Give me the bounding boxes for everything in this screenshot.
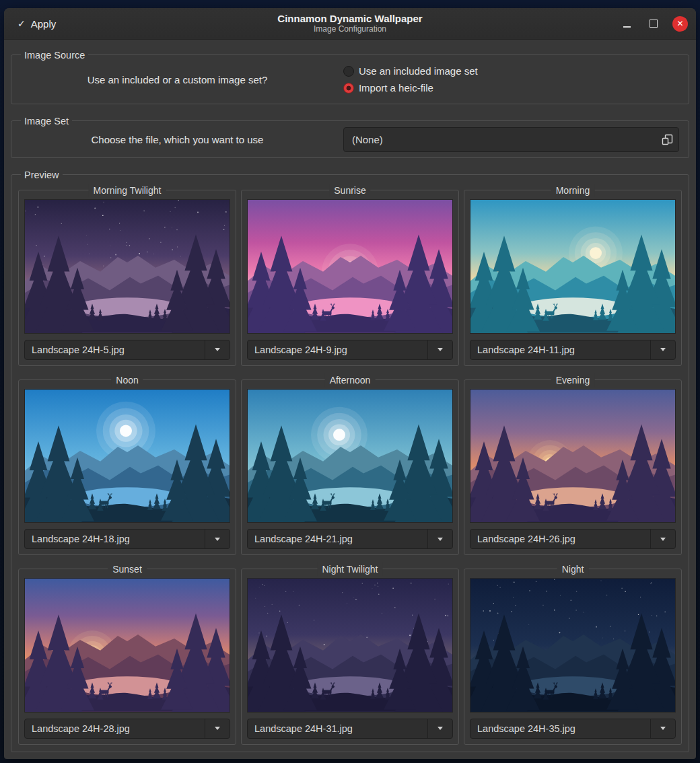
dropdown-arrow-button[interactable] bbox=[205, 340, 230, 359]
preview-cell-title: Night Twilight bbox=[317, 562, 382, 576]
image-select-value: Landscape 24H-26.jpg bbox=[470, 530, 650, 548]
apply-button-label: Apply bbox=[31, 18, 57, 30]
wallpaper-thumbnail bbox=[247, 578, 453, 713]
app-window: ✓ Apply Cinnamon Dynamic Wallpaper Image… bbox=[4, 8, 696, 759]
wallpaper-thumbnail bbox=[24, 578, 230, 713]
image-file-select-afternoon[interactable]: Landscape 24H-21.jpg bbox=[247, 529, 453, 549]
wallpaper-art bbox=[470, 579, 675, 712]
dropdown-arrow-button[interactable] bbox=[205, 530, 230, 548]
image-file-select-sunrise[interactable]: Landscape 24H-9.jpg bbox=[247, 340, 453, 360]
wallpaper-art bbox=[470, 200, 675, 333]
dropdown-arrow-button[interactable] bbox=[427, 340, 452, 359]
chevron-down-icon bbox=[660, 727, 666, 730]
radio-use-included-image-set[interactable]: Use an included image set bbox=[343, 65, 478, 77]
minimize-icon bbox=[623, 26, 631, 28]
check-icon: ✓ bbox=[18, 18, 26, 29]
radio-label-use-included-image-set: Use an included image set bbox=[359, 65, 478, 77]
dropdown-arrow-button[interactable] bbox=[427, 719, 452, 738]
dropdown-arrow-button[interactable] bbox=[650, 340, 675, 359]
wallpaper-thumbnail bbox=[470, 578, 676, 713]
image-source-frame: Image Source Use an included or a custom… bbox=[11, 54, 689, 104]
chevron-down-icon bbox=[215, 348, 220, 351]
image-select-value: Landscape 24H-35.jpg bbox=[470, 719, 650, 738]
wallpaper-art bbox=[25, 579, 230, 712]
preview-grid: Morning Twilight Landscape 24H-5.jpg Sun… bbox=[18, 184, 682, 745]
image-file-select-night[interactable]: Landscape 24H-35.jpg bbox=[470, 719, 676, 739]
preview-cell-title: Evening bbox=[551, 373, 595, 387]
wallpaper-thumbnail bbox=[247, 199, 453, 334]
image-file-select-sunset[interactable]: Landscape 24H-28.jpg bbox=[24, 719, 230, 739]
image-select-value: Landscape 24H-18.jpg bbox=[25, 530, 205, 548]
preview-cell-noon: Noon Landscape 24H-18.jpg bbox=[18, 379, 236, 556]
preview-cell-title: Night bbox=[557, 562, 589, 576]
image-file-select-evening[interactable]: Landscape 24H-26.jpg bbox=[470, 529, 676, 549]
image-file-select-noon[interactable]: Landscape 24H-18.jpg bbox=[24, 529, 230, 549]
image-file-select-morning[interactable]: Landscape 24H-11.jpg bbox=[470, 340, 676, 360]
preview-cell-title: Morning bbox=[551, 184, 595, 197]
minimize-button[interactable] bbox=[619, 15, 635, 32]
apply-button[interactable]: ✓ Apply bbox=[7, 12, 67, 35]
image-file-select-morning-twilight[interactable]: Landscape 24H-5.jpg bbox=[24, 340, 230, 360]
image-select-value: Landscape 24H-31.jpg bbox=[248, 719, 427, 738]
file-chooser-value: (None) bbox=[344, 134, 656, 145]
wallpaper-thumbnail bbox=[24, 389, 230, 523]
preview-cell-title: Afternoon bbox=[325, 373, 376, 387]
maximize-icon bbox=[650, 20, 658, 28]
maximize-button[interactable] bbox=[645, 15, 662, 32]
image-select-value: Landscape 24H-5.jpg bbox=[25, 340, 205, 359]
image-source-radio-group: Use an included image set Import a heic-… bbox=[343, 65, 478, 94]
chevron-down-icon bbox=[438, 727, 443, 730]
chevron-down-icon bbox=[660, 538, 666, 541]
image-select-value: Landscape 24H-28.jpg bbox=[25, 719, 205, 738]
chevron-down-icon bbox=[438, 348, 443, 351]
radio-icon bbox=[343, 83, 354, 94]
chevron-down-icon bbox=[660, 348, 666, 351]
dropdown-arrow-button[interactable] bbox=[650, 530, 675, 548]
close-button[interactable]: ✕ bbox=[672, 16, 688, 32]
preview-frame: Preview Morning Twilight Landscape 24H-5… bbox=[11, 174, 689, 752]
image-source-question: Use an included or a custom image set? bbox=[11, 74, 343, 85]
wallpaper-art bbox=[25, 390, 230, 523]
dropdown-arrow-button[interactable] bbox=[205, 719, 230, 738]
radio-import-heic-file[interactable]: Import a heic-file bbox=[343, 82, 478, 94]
chevron-down-icon bbox=[215, 727, 220, 730]
image-source-legend: Image Source bbox=[21, 48, 88, 62]
wallpaper-thumbnail bbox=[24, 199, 230, 334]
image-set-label: Choose the file, which you want to use bbox=[11, 134, 343, 145]
preview-cell-sunrise: Sunrise Landscape 24H-9.jpg bbox=[241, 190, 459, 366]
preview-cell-title: Sunset bbox=[108, 562, 147, 576]
preview-cell-morning: Morning Landscape 24H-11.jpg bbox=[464, 190, 682, 366]
preview-cell-title: Sunrise bbox=[329, 184, 370, 197]
wallpaper-thumbnail bbox=[470, 389, 676, 523]
preview-cell-morning-twilight: Morning Twilight Landscape 24H-5.jpg bbox=[18, 190, 236, 366]
dropdown-arrow-button[interactable] bbox=[427, 530, 452, 548]
file-icon bbox=[656, 134, 678, 145]
wallpaper-art bbox=[25, 200, 230, 333]
chevron-down-icon bbox=[215, 538, 220, 541]
chevron-down-icon bbox=[438, 538, 443, 541]
close-icon: ✕ bbox=[676, 20, 683, 28]
wallpaper-thumbnail bbox=[470, 199, 676, 334]
image-select-value: Landscape 24H-9.jpg bbox=[248, 340, 427, 359]
titlebar[interactable]: ✓ Apply Cinnamon Dynamic Wallpaper Image… bbox=[4, 8, 696, 40]
preview-cell-sunset: Sunset Landscape 24H-28.jpg bbox=[18, 569, 236, 745]
image-set-frame: Choose the file, which you want to use (… bbox=[11, 120, 689, 158]
preview-cell-title: Morning Twilight bbox=[89, 184, 166, 197]
wallpaper-thumbnail bbox=[247, 389, 453, 523]
file-chooser-button[interactable]: (None) bbox=[343, 127, 679, 152]
window-controls: ✕ bbox=[619, 15, 696, 32]
wallpaper-art bbox=[248, 200, 452, 333]
preview-cell-night-twilight: Night Twilight Landscape 24H-31.jpg bbox=[241, 569, 459, 745]
window-title: Cinnamon Dynamic Wallpaper bbox=[277, 13, 422, 24]
preview-cell-night: Night Landscape 24H-35.jpg bbox=[464, 569, 682, 745]
preview-legend: Preview bbox=[21, 168, 63, 182]
wallpaper-art bbox=[248, 579, 452, 712]
image-file-select-night-twilight[interactable]: Landscape 24H-31.jpg bbox=[247, 719, 453, 739]
radio-icon bbox=[343, 66, 354, 77]
wallpaper-art bbox=[470, 390, 675, 523]
preview-cell-evening: Evening Landscape 24H-26.jpg bbox=[464, 379, 682, 556]
image-select-value: Landscape 24H-21.jpg bbox=[248, 530, 427, 548]
window-content: Image Source Use an included or a custom… bbox=[4, 40, 696, 759]
window-subtitle: Image Configuration bbox=[277, 25, 422, 34]
dropdown-arrow-button[interactable] bbox=[650, 719, 675, 738]
